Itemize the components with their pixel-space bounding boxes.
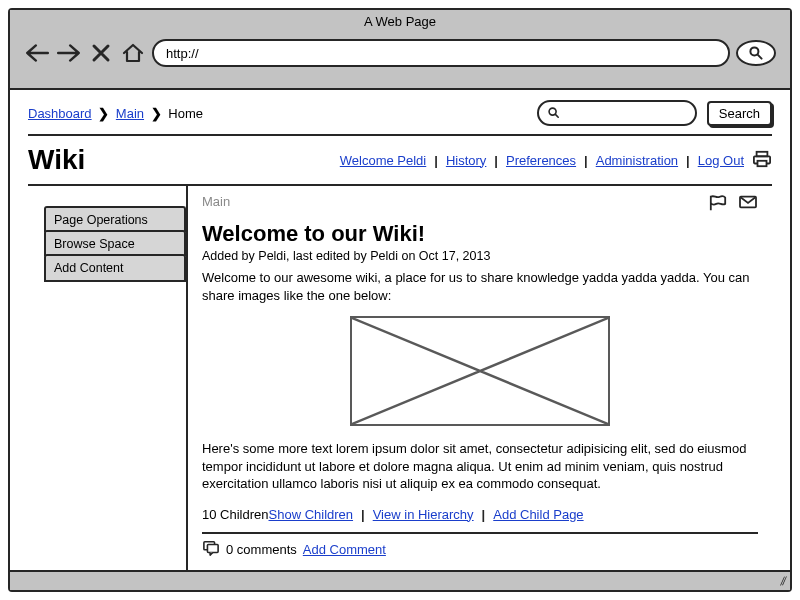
url-input[interactable]: http://: [152, 39, 730, 67]
window-title: A Web Page: [10, 10, 790, 31]
content-header: Main: [202, 194, 758, 215]
back-button[interactable]: [24, 41, 50, 65]
tab-add-content[interactable]: Add Content: [44, 254, 186, 282]
main-layout: Page Operations Browse Space Add Content…: [28, 186, 772, 570]
mail-icon[interactable]: [738, 194, 758, 215]
search-input[interactable]: [537, 100, 697, 126]
site-title: Wiki: [28, 144, 85, 176]
chevron-right-icon: ❯: [151, 106, 162, 121]
chevron-right-icon: ❯: [98, 106, 109, 121]
intro-text: Welcome to our awesome wiki, a place for…: [202, 269, 758, 304]
body-text: Here's some more text lorem ipsum dolor …: [202, 440, 758, 493]
sidebar: Page Operations Browse Space Add Content: [28, 186, 186, 570]
header-links: Welcome Peldi | History | Preferences | …: [340, 150, 772, 171]
svg-rect-4: [758, 160, 767, 165]
content-pane: Main Welcome to our Wiki! Added by Peldi…: [186, 186, 772, 570]
page-byline: Added by Peldi, last edited by Peldi on …: [202, 249, 758, 263]
link-welcome[interactable]: Welcome Peldi: [340, 153, 426, 168]
url-text: http://: [166, 46, 199, 61]
header-row: Wiki Welcome Peldi | History | Preferenc…: [28, 136, 772, 186]
site-search: Search: [537, 100, 772, 126]
link-add-comment[interactable]: Add Comment: [303, 542, 386, 557]
svg-rect-7: [207, 544, 218, 552]
children-count: 10 Children: [202, 507, 269, 522]
link-preferences[interactable]: Preferences: [506, 153, 576, 168]
stop-button[interactable]: [88, 41, 114, 65]
page-body: Dashboard ❯ Main ❯ Home Search Wiki Welc…: [10, 90, 790, 570]
space-label: Main: [202, 194, 230, 209]
resize-grip-icon[interactable]: ⁄⁄: [781, 574, 787, 588]
breadcrumb: Dashboard ❯ Main ❯ Home: [28, 106, 203, 121]
browser-toolbar: http://: [10, 31, 790, 67]
browser-window: A Web Page http:// Dashbo: [8, 8, 792, 592]
link-history[interactable]: History: [446, 153, 486, 168]
comment-icon: [202, 540, 220, 559]
image-placeholder: [350, 316, 610, 426]
browser-titlebar: A Web Page http://: [10, 10, 790, 90]
browser-search-button[interactable]: [736, 40, 776, 66]
tab-browse-space[interactable]: Browse Space: [44, 230, 186, 256]
breadcrumb-row: Dashboard ❯ Main ❯ Home Search: [28, 100, 772, 136]
print-icon[interactable]: [752, 150, 772, 171]
breadcrumb-current: Home: [168, 106, 203, 121]
tab-page-operations[interactable]: Page Operations: [44, 206, 186, 232]
status-bar: ⁄⁄: [10, 570, 790, 590]
forward-button[interactable]: [56, 41, 82, 65]
children-row: 10 Children Show Children | View in Hier…: [202, 507, 758, 530]
comments-row: 0 comments Add Comment: [202, 534, 758, 559]
flag-icon[interactable]: [708, 194, 728, 215]
link-add-child[interactable]: Add Child Page: [493, 507, 583, 522]
breadcrumb-link-main[interactable]: Main: [116, 106, 144, 121]
page-title: Welcome to our Wiki!: [202, 221, 758, 247]
link-show-children[interactable]: Show Children: [269, 507, 354, 522]
search-icon: [547, 106, 561, 120]
link-view-hierarchy[interactable]: View in Hierarchy: [373, 507, 474, 522]
home-button[interactable]: [120, 41, 146, 65]
link-administration[interactable]: Administration: [596, 153, 678, 168]
comments-count: 0 comments: [226, 542, 297, 557]
search-button[interactable]: Search: [707, 101, 772, 126]
breadcrumb-link-dashboard[interactable]: Dashboard: [28, 106, 92, 121]
link-logout[interactable]: Log Out: [698, 153, 744, 168]
